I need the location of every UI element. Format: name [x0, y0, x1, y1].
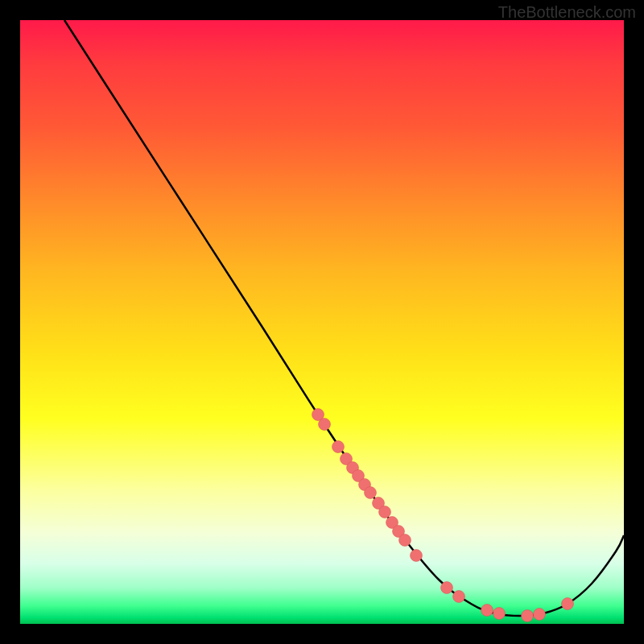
data-marker [332, 441, 345, 453]
curve-svg [20, 20, 624, 624]
data-marker [319, 419, 331, 431]
data-marker [453, 591, 465, 603]
data-marker [522, 610, 534, 622]
data-marker [481, 605, 493, 617]
data-marker [534, 609, 546, 621]
data-marker [441, 582, 453, 594]
data-markers [312, 409, 574, 622]
data-marker [379, 506, 391, 518]
data-marker [493, 608, 506, 620]
data-marker [411, 550, 423, 562]
data-marker [399, 535, 411, 547]
plot-area [20, 20, 624, 624]
data-marker [365, 487, 377, 499]
data-marker [562, 598, 574, 610]
watermark-text: TheBottleneck.com [498, 3, 636, 22]
chart-container: TheBottleneck.com [0, 0, 644, 644]
bottleneck-curve [64, 20, 624, 616]
